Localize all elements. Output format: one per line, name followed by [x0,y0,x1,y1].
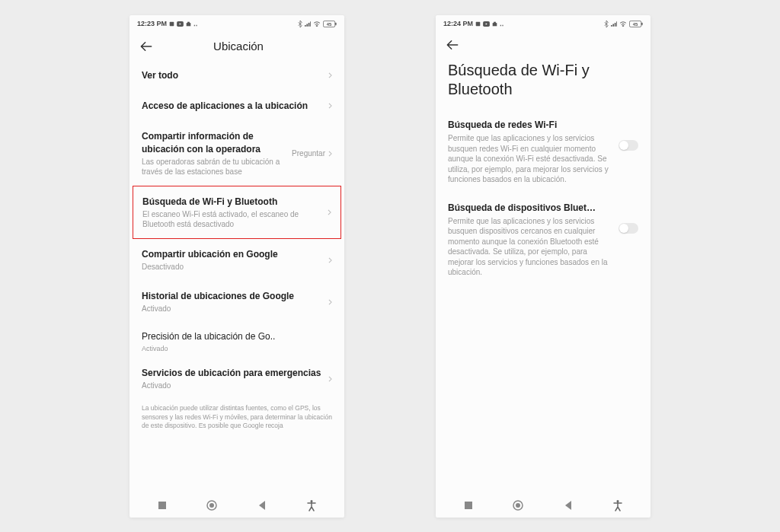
item-sub: Activado [142,304,324,314]
toggle-knob [619,224,628,233]
toggle-bluetooth-scan[interactable] [619,223,638,234]
chevron-right-icon [328,376,332,382]
item-title: Acceso de aplicaciones a la ubicación [142,100,324,112]
notification-icon [169,21,174,27]
phone-left: 12:23 PM ‥ 45 Ubicación Ver todo Acceso … [129,15,344,518]
battery-icon: 45 [629,21,643,27]
item-historial-google[interactable]: Historial de ubicaciones de Google Activ… [140,281,334,323]
nav-accessibility-icon[interactable] [305,499,318,511]
more-icon: ‥ [500,21,503,27]
item-busqueda-wifi-bluetooth[interactable]: Búsqueda de Wi-Fi y Bluetooth El escaneo… [133,186,341,239]
setting-title: Búsqueda de dispositivos Bluet… [448,202,612,214]
item-emergencias[interactable]: Servicios de ubicación para emergencias … [140,358,334,400]
youtube-icon [483,21,490,27]
youtube-icon [177,21,184,27]
nav-bar [129,493,344,518]
nav-home-icon[interactable] [512,499,524,511]
battery-icon: 45 [323,21,337,27]
status-time: 12:23 PM [137,20,167,27]
svg-text:45: 45 [633,21,638,26]
settings-list: Ver todo Acceso de aplicaciones a la ubi… [129,60,344,493]
status-left: 12:23 PM ‥ [137,20,197,27]
status-left: 12:24 PM ‥ [443,20,503,27]
chevron-right-icon [328,257,332,263]
item-title: Búsqueda de Wi-Fi y Bluetooth [142,196,323,208]
wifi-icon [313,21,321,27]
setting-desc: Permite que las aplicaciones y los servi… [448,216,612,278]
item-sub: El escaneo Wi-Fi está activado, el escan… [142,209,323,229]
bluetooth-icon [604,21,609,27]
setting-wifi-scan[interactable]: Búsqueda de redes Wi-Fi Permite que las … [446,113,640,196]
header: Ubicación [129,32,344,60]
more-icon: ‥ [193,21,197,27]
nav-bar [436,493,651,518]
app-icon [492,21,497,27]
wifi-icon [619,21,627,27]
item-compartir-operadora[interactable]: Compartir información de ubicación con l… [140,121,334,185]
item-compartir-google[interactable]: Compartir ubicación en Google Desactivad… [140,239,334,281]
chevron-right-icon [328,299,332,305]
setting-desc: Permite que las aplicaciones y los servi… [448,133,612,185]
signal-icon [305,21,311,27]
svg-rect-16 [641,22,642,25]
status-right: 45 [604,21,643,27]
nav-accessibility-icon[interactable] [612,499,624,511]
svg-rect-5 [335,22,336,25]
item-title: Historial de ubicaciones de Google [142,290,324,302]
svg-text:45: 45 [327,21,332,26]
toggle-knob [619,141,628,150]
phone-right: 12:24 PM ‥ 45 Búsqueda de Wi-Fi y Blueto… [436,15,651,518]
item-title: Precisión de la ubicación de Go.. [142,330,328,342]
status-bar: 12:24 PM ‥ 45 [436,15,651,32]
svg-rect-0 [170,21,174,26]
page-title: Búsqueda de Wi-Fi y Bluetooth [446,50,640,113]
svg-rect-11 [476,21,481,26]
notification-icon [475,21,481,27]
nav-home-icon[interactable] [206,499,218,511]
chevron-right-icon [328,151,332,157]
svg-rect-3 [187,21,190,23]
status-bar: 12:23 PM ‥ 45 [129,15,344,32]
item-title: Compartir ubicación en Google [142,248,324,260]
back-icon[interactable] [140,41,152,52]
setting-title: Búsqueda de redes Wi-Fi [448,119,612,131]
toggle-wifi-scan[interactable] [619,140,638,151]
item-sub: Desactivado [142,262,324,272]
setting-bluetooth-scan[interactable]: Búsqueda de dispositivos Bluet… Permite … [446,196,640,288]
item-title: Compartir información de ubicación con l… [142,130,287,155]
svg-point-20 [516,503,520,508]
nav-back-icon[interactable] [562,499,574,511]
chevron-right-icon [328,72,332,78]
chevron-right-icon [328,103,332,109]
item-sub: Activado [142,345,328,354]
svg-rect-14 [494,21,496,23]
item-title: Ver todo [142,69,324,81]
signal-icon [611,21,617,27]
status-right: 45 [298,21,337,27]
svg-rect-7 [158,502,166,509]
nav-back-icon[interactable] [256,499,268,511]
item-title: Servicios de ubicación para emergencias [142,367,324,379]
chevron-right-icon [328,209,331,215]
settings-content: Búsqueda de Wi-Fi y Bluetooth Búsqueda d… [436,50,651,493]
status-time: 12:24 PM [443,20,473,27]
item-acceso-apps[interactable]: Acceso de aplicaciones a la ubicación [140,91,334,121]
item-precision-google[interactable]: Precisión de la ubicación de Go.. Activa… [140,323,334,358]
nav-recent-icon[interactable] [462,499,475,511]
footer-text: La ubicación puede utilizar distintas fu… [140,400,334,430]
bluetooth-icon [298,21,302,27]
svg-rect-18 [465,502,472,509]
back-icon[interactable] [446,40,459,50]
header [436,32,651,50]
svg-point-9 [209,503,214,508]
app-icon [186,21,191,27]
nav-recent-icon[interactable] [156,499,168,511]
item-ver-todo[interactable]: Ver todo [140,60,334,91]
item-value: Preguntar [292,149,325,158]
page-title: Ubicación [166,40,311,53]
item-sub: Activado [142,381,324,390]
item-sub: Las operadoras sabrán de tu ubicación a … [142,157,287,177]
